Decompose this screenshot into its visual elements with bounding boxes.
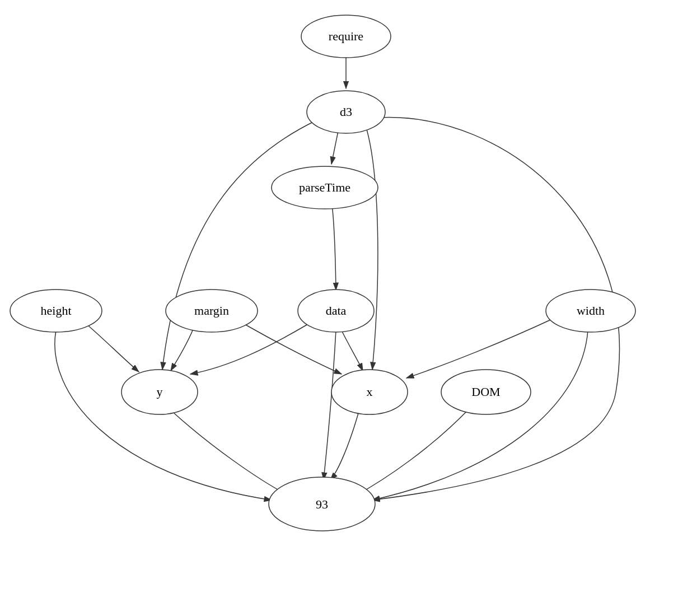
edge-width-x: [406, 318, 554, 378]
node-parsetime[interactable]: parseTime: [272, 166, 378, 209]
node-y-label: y: [157, 385, 163, 399]
node-width-label: width: [577, 304, 605, 318]
node-margin-label: margin: [194, 304, 229, 318]
edge-width-93: [372, 330, 588, 500]
node-x-label: x: [367, 385, 373, 399]
node-height[interactable]: height: [10, 290, 102, 332]
node-data-label: data: [326, 304, 347, 318]
node-parsetime-label: parseTime: [299, 180, 350, 194]
dependency-graph: require d3 parseTime height margin data …: [0, 0, 692, 616]
node-93-label: 93: [316, 497, 328, 511]
edge-d3-parsetime: [331, 128, 339, 164]
edge-x-93: [330, 413, 358, 480]
node-dom[interactable]: DOM: [441, 370, 531, 414]
node-x[interactable]: x: [331, 370, 408, 414]
edge-d3-x: [364, 120, 378, 370]
edge-y-93: [174, 413, 286, 494]
node-data[interactable]: data: [298, 290, 374, 332]
edge-parsetime-data: [332, 204, 336, 290]
node-y[interactable]: y: [121, 370, 198, 414]
node-dom-label: DOM: [471, 385, 500, 399]
node-require[interactable]: require: [301, 15, 391, 58]
edge-dom-93: [356, 410, 468, 496]
edge-data-93: [324, 330, 336, 480]
edge-height-y: [84, 322, 139, 372]
edge-height-93: [55, 330, 272, 500]
node-93[interactable]: 93: [269, 477, 375, 531]
node-height-label: height: [41, 304, 72, 318]
node-d3-label: d3: [340, 105, 352, 119]
node-width[interactable]: width: [546, 290, 635, 332]
node-margin[interactable]: margin: [166, 290, 258, 332]
node-require-label: require: [329, 29, 363, 43]
edge-data-x: [342, 330, 363, 371]
edge-margin-y: [171, 325, 195, 371]
node-d3[interactable]: d3: [307, 91, 385, 133]
